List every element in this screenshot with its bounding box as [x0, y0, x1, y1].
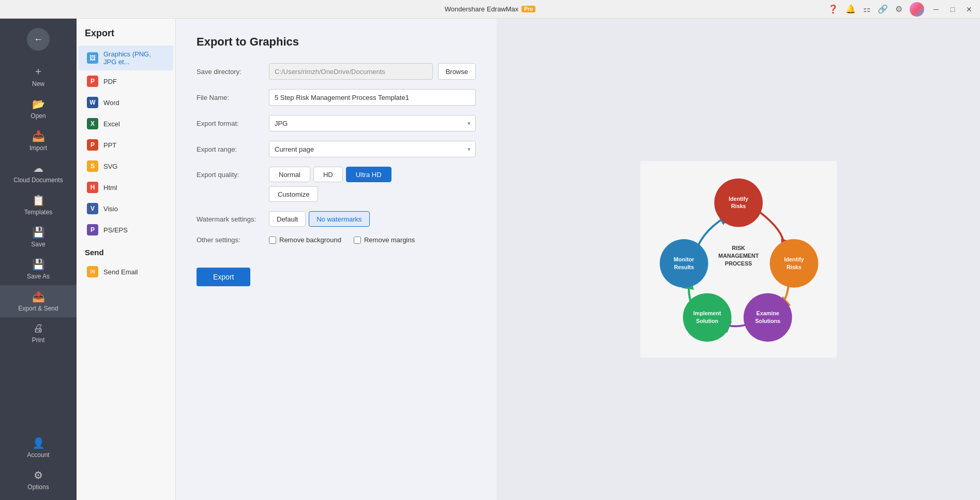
quality-ultrahd-button[interactable]: Ultra HD	[346, 167, 391, 182]
maximize-button[interactable]: □	[948, 5, 957, 14]
file-name-input[interactable]	[269, 89, 476, 106]
sidebar-item-label: Account	[27, 451, 49, 459]
sidebar-item-new[interactable]: ＋ New	[0, 59, 77, 93]
export-range-label: Export range:	[197, 145, 264, 153]
remove-margins-checkbox[interactable]	[354, 237, 361, 244]
graphics-icon: 🖼	[87, 52, 98, 64]
sidebar-item-save[interactable]: 💾 Save	[0, 221, 77, 253]
export-range-select[interactable]: Current page All pages Custom	[269, 141, 476, 157]
export-item-label: SVG	[103, 163, 117, 170]
pro-badge: Pro	[522, 6, 536, 12]
export-item-excel[interactable]: X Excel	[79, 113, 173, 134]
remove-background-text: Remove background	[279, 236, 341, 244]
export-item-svg[interactable]: S SVG	[79, 156, 173, 177]
grid-icon[interactable]: ⚏	[863, 4, 870, 14]
save-directory-label: Save directory:	[197, 68, 264, 76]
sidebar-bottom: 👤 Account ⚙ Options	[0, 432, 77, 496]
checkbox-group: Remove background Remove margins	[269, 236, 415, 244]
remove-background-label[interactable]: Remove background	[269, 236, 341, 244]
watermark-default-button[interactable]: Default	[269, 211, 306, 227]
export-item-email[interactable]: ✉ Send Email	[79, 261, 173, 282]
svg-text:Solutions: Solutions	[755, 318, 780, 324]
svg-text:Risks: Risks	[787, 264, 802, 270]
export-item-pdf[interactable]: P PDF	[79, 71, 173, 92]
export-item-label: Send Email	[103, 268, 138, 276]
save-directory-input[interactable]	[269, 63, 433, 80]
export-item-pseps[interactable]: P PS/EPS	[79, 219, 173, 240]
export-quality-label: Export quality:	[197, 171, 264, 179]
sidebar-item-open[interactable]: 📂 Open	[0, 93, 77, 125]
account-icon: 👤	[32, 437, 45, 449]
export-format-row: Export format: PNG JPG BMP GIF SVG TIFF …	[197, 115, 476, 131]
sidebar-item-account[interactable]: 👤 Account	[0, 432, 77, 464]
export-item-word[interactable]: W Word	[79, 92, 173, 113]
send-title: Send	[77, 241, 175, 261]
app-body: ← ＋ New 📂 Open 📥 Import ☁ Cloud Document…	[0, 19, 980, 500]
close-button[interactable]: ✕	[964, 5, 974, 14]
export-form-title: Export to Graphics	[197, 35, 476, 49]
minimize-button[interactable]: ─	[931, 5, 941, 14]
remove-margins-label[interactable]: Remove margins	[354, 236, 415, 244]
export-item-label: Word	[103, 99, 119, 107]
settings-icon[interactable]: ⚙	[895, 4, 902, 14]
remove-background-checkbox[interactable]	[269, 237, 276, 244]
open-icon: 📂	[32, 98, 45, 110]
export-item-visio[interactable]: V Visio	[79, 198, 173, 219]
titlebar-title: Wondershare EdrawMax Pro	[445, 5, 536, 13]
mid-panel-title: Export	[77, 19, 175, 45]
preview-card: RISK MANAGEMENT PROCESS Identify Risks I…	[640, 161, 837, 358]
export-item-ppt[interactable]: P PPT	[79, 135, 173, 155]
sidebar-item-options[interactable]: ⚙ Options	[0, 464, 77, 496]
sidebar-item-import[interactable]: 📥 Import	[0, 125, 77, 157]
export-form-area: Export to Graphics Save directory: Brows…	[176, 19, 496, 500]
mid-panel: Export 🖼 Graphics (PNG, JPG et... P PDF …	[77, 19, 176, 500]
svg-text:RISK: RISK	[732, 245, 745, 251]
preview-area: RISK MANAGEMENT PROCESS Identify Risks I…	[496, 19, 980, 500]
sidebar-item-print[interactable]: 🖨 Print	[0, 317, 77, 349]
export-item-label: PDF	[103, 78, 117, 85]
quality-hd-button[interactable]: HD	[313, 167, 343, 182]
sidebar-item-saveas[interactable]: 💾 Save As	[0, 253, 77, 285]
export-format-label: Export format:	[197, 120, 264, 127]
svg-text:MANAGEMENT: MANAGEMENT	[718, 253, 759, 259]
user-avatar[interactable]	[910, 2, 924, 17]
save-directory-row: Save directory: Browse	[197, 63, 476, 80]
saveas-icon: 💾	[32, 258, 45, 271]
sidebar-item-export[interactable]: 📤 Export & Send	[0, 285, 77, 317]
svg-text:Risks: Risks	[731, 203, 746, 209]
back-button[interactable]: ←	[27, 28, 50, 51]
quality-group: Normal HD Ultra HD	[269, 167, 391, 182]
bell-icon[interactable]: 🔔	[846, 4, 856, 14]
export-item-label: PS/EPS	[103, 226, 128, 234]
help-icon[interactable]: ❓	[828, 4, 838, 14]
export-item-label: Html	[103, 184, 117, 192]
browse-button[interactable]: Browse	[438, 63, 476, 80]
sidebar-item-templates[interactable]: 📋 Templates	[0, 189, 77, 221]
sidebar-item-label: Save As	[27, 273, 50, 280]
export-format-select[interactable]: PNG JPG BMP GIF SVG TIFF	[269, 115, 476, 131]
options-icon: ⚙	[34, 469, 43, 481]
export-item-graphics[interactable]: 🖼 Graphics (PNG, JPG et...	[79, 46, 173, 70]
titlebar-right-icons: ❓ 🔔 ⚏ 🔗 ⚙	[828, 4, 902, 14]
watermark-row: Watermark settings: Default No watermark…	[197, 211, 476, 227]
customize-button[interactable]: Customize	[269, 186, 318, 202]
export-item-html[interactable]: H Html	[79, 177, 173, 198]
export-range-wrapper: Current page All pages Custom ▾	[269, 141, 476, 157]
main-content: Export to Graphics Save directory: Brows…	[176, 19, 980, 500]
app-title: Wondershare EdrawMax	[445, 5, 519, 13]
svg-text:Monitor: Monitor	[673, 256, 694, 262]
sidebar-item-cloud[interactable]: ☁ Cloud Documents	[0, 157, 77, 189]
templates-icon: 📋	[32, 194, 45, 207]
export-item-label: Excel	[103, 120, 120, 128]
watermark-none-button[interactable]: No watermarks	[309, 211, 369, 227]
excel-icon: X	[87, 118, 98, 129]
sidebar-item-label: Templates	[24, 209, 53, 216]
other-settings-label: Other settings:	[197, 236, 264, 244]
share-icon[interactable]: 🔗	[878, 4, 888, 14]
export-item-label: Graphics (PNG, JPG et...	[103, 50, 165, 66]
sidebar-item-label: Cloud Documents	[13, 177, 63, 184]
quality-normal-button[interactable]: Normal	[269, 167, 310, 182]
sidebar-item-label: Export & Send	[18, 305, 58, 312]
export-button[interactable]: Export	[197, 268, 250, 286]
other-settings-row: Other settings: Remove background Remove…	[197, 236, 476, 244]
